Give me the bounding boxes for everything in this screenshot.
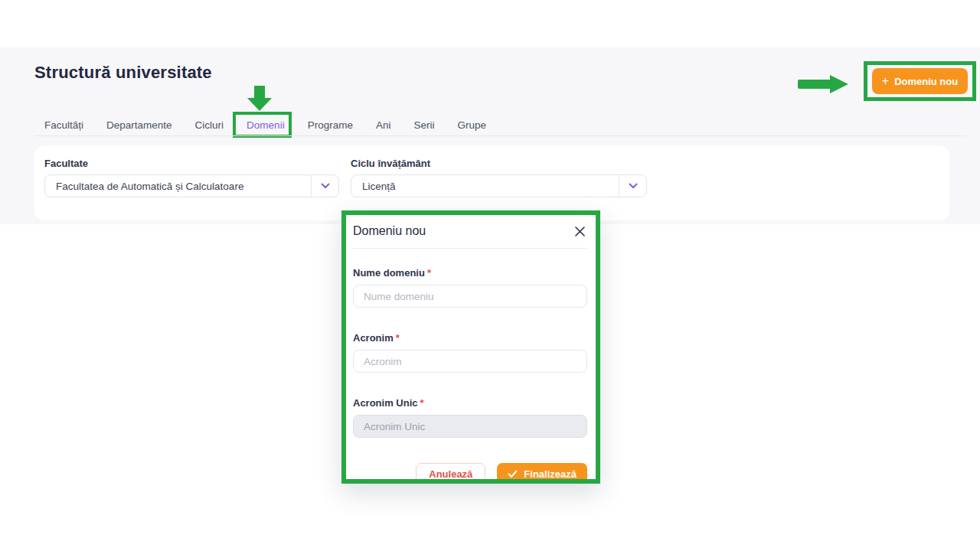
new-domain-modal: Domeniu nou Nume domeniu* Acronim* Acron… <box>341 210 600 484</box>
tab-facultati[interactable]: Facultăți <box>44 118 83 132</box>
cancel-button[interactable]: Anulează <box>416 463 485 484</box>
faculty-field: Facultate Facultatea de Automatică și Ca… <box>44 158 339 197</box>
tab-serii[interactable]: Serii <box>413 118 434 132</box>
chevron-down-icon <box>311 175 338 197</box>
tab-departamente[interactable]: Departamente <box>106 118 172 132</box>
tab-cicluri[interactable]: Cicluri <box>195 118 224 132</box>
tab-grupe[interactable]: Grupe <box>457 118 486 132</box>
annotation-arrow-down-head-icon <box>247 98 272 111</box>
modal-title: Domeniu nou <box>353 224 426 238</box>
submit-button[interactable]: Finalizează <box>497 463 587 484</box>
page: Structură universitate + Domeniu nou Fac… <box>0 0 980 551</box>
tab-domenii[interactable]: Domenii <box>247 118 285 132</box>
chevron-down-icon <box>619 175 646 197</box>
acronym-input[interactable] <box>353 350 587 373</box>
annotation-arrow-right-head-icon <box>830 75 848 93</box>
plus-icon: + <box>882 75 889 87</box>
cycle-select[interactable]: Licență <box>351 174 647 197</box>
modal-header-divider <box>353 248 587 249</box>
modal-footer: Anulează Finalizează <box>353 463 587 484</box>
page-title: Structură universitate <box>34 63 212 83</box>
unique-acronym-input <box>353 415 587 438</box>
new-domain-button[interactable]: + Domeniu nou <box>872 68 968 94</box>
domain-name-input[interactable] <box>353 285 587 308</box>
submit-button-label: Finalizează <box>524 468 577 480</box>
required-marker: * <box>427 267 431 279</box>
annotation-arrow-right-icon <box>798 80 831 89</box>
acronym-label: Acronim* <box>353 332 587 344</box>
check-icon <box>508 470 518 478</box>
tab-ani[interactable]: Ani <box>376 118 391 132</box>
cycle-select-value: Licență <box>351 181 619 192</box>
modal-header: Domeniu nou <box>353 221 587 241</box>
tab-bar: Facultăți Departamente Cicluri Domenii P… <box>44 118 509 132</box>
filters-card: Facultate Facultatea de Automatică și Ca… <box>34 145 949 220</box>
new-domain-button-label: Domeniu nou <box>894 76 958 87</box>
tab-programe[interactable]: Programe <box>308 118 353 132</box>
required-marker: * <box>396 332 400 344</box>
required-marker: * <box>420 397 424 409</box>
cycle-field: Ciclu învățământ Licență <box>351 158 647 197</box>
cycle-label: Ciclu învățământ <box>351 158 647 169</box>
faculty-select-value: Facultatea de Automatică și Calculatoare <box>45 181 311 192</box>
close-icon[interactable] <box>573 224 587 239</box>
domain-name-label: Nume domeniu* <box>353 267 587 279</box>
faculty-select[interactable]: Facultatea de Automatică și Calculatoare <box>44 174 339 197</box>
unique-acronym-label: Acronim Unic* <box>353 397 587 409</box>
faculty-label: Facultate <box>44 158 339 169</box>
tab-bar-divider <box>34 135 966 136</box>
